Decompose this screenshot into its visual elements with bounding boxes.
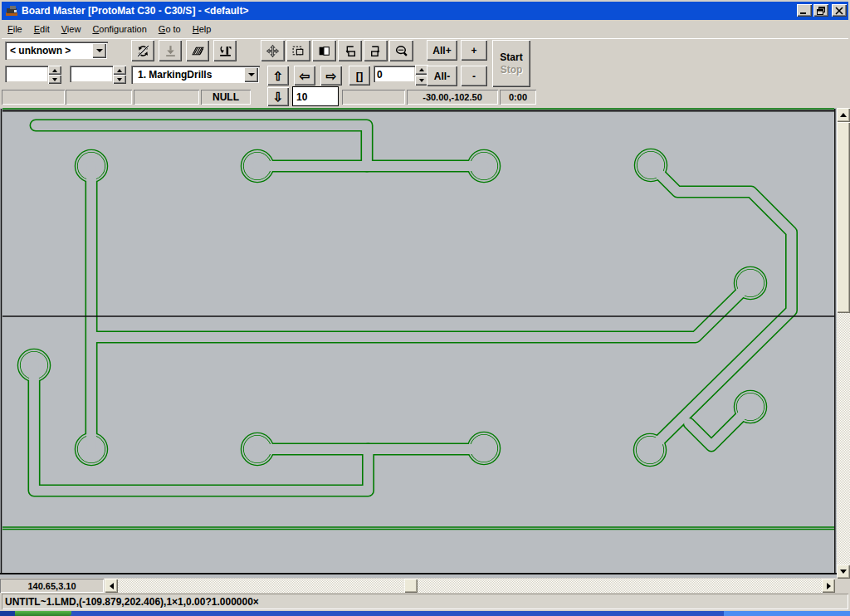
scroll-right-button[interactable] [822,579,835,593]
title-bar: Board Master [ProtoMat C30 - C30/S] - <d… [2,2,848,20]
nav-up-button[interactable]: ⇧ [267,66,289,86]
place-front-icon [343,44,357,58]
plus-button[interactable]: + [461,40,487,61]
menu-configuration[interactable]: Configuration [86,22,152,37]
minus-button[interactable]: - [461,66,487,86]
zoom-icon [394,44,408,58]
status-cell-position: -30.00,-102.50 [407,90,498,105]
cursor-position-display: 140.65,3.10 [0,579,104,593]
tool-lift-button[interactable] [213,40,237,61]
arrow-left-icon [110,583,114,589]
taskbar-edge [0,611,15,616]
brackets-button[interactable]: [] [349,66,370,86]
stop-label: Stop [501,64,523,76]
status-bar: UNTITL~1.LMD,(-109.879,202.406),1×1,0.00… [2,594,848,609]
phase-combobox-value: 1. MarkingDrills [138,69,212,81]
menu-edit[interactable]: Edit [28,22,56,37]
status-cell-blank-2 [66,90,132,105]
minimize-button[interactable] [797,4,812,17]
app-icon [5,4,18,17]
tool-lift-icon [218,44,232,58]
x-spinner[interactable] [48,66,61,84]
arrow-down-icon [840,570,847,574]
zoom-window-button[interactable] [389,40,413,61]
y-spin-field[interactable] [70,66,113,82]
restore-button[interactable] [813,4,828,17]
scrollbar-corner [837,579,850,593]
duplicate-icon [317,44,331,58]
arrow-left-icon: ⇦ [300,70,310,82]
mill-area-button[interactable] [186,40,209,61]
arrow-up-icon [840,113,847,117]
arrow-up-icon: ⇧ [273,70,284,82]
menu-goto[interactable]: Go to [153,22,187,37]
spin-up-icon [52,69,57,72]
horizontal-scrollbar-thumb[interactable] [404,579,418,593]
status-bar-text: UNTITL~1.LMD,(-109.879,202.406),1×1,0.00… [5,596,259,608]
spin-up-icon [117,69,122,72]
head-down-icon [164,44,178,58]
mill-area-icon [191,44,205,58]
menu-file[interactable]: File [2,22,28,37]
place-front-button[interactable] [338,40,362,61]
nav-down-button[interactable]: ⇩ [267,87,289,106]
arrow-down-icon: ⇩ [273,90,284,103]
place-back-icon [369,44,383,58]
nav-right-button[interactable]: ⇨ [320,66,342,86]
arrow-right-icon: ⇨ [326,70,337,82]
step-field[interactable] [292,86,339,106]
select-area-icon [291,44,305,58]
scroll-left-button[interactable] [105,579,118,593]
spin-down-icon [419,79,424,82]
status-cell-blank-1 [2,90,65,105]
arrow-right-icon [827,583,831,589]
status-cell-blank-3 [134,90,199,105]
tool-combobox[interactable]: < unknown > [5,42,108,60]
status-cell-time: 0:00 [500,90,536,105]
place-back-button[interactable] [364,40,388,61]
pcb-drawing [0,108,837,578]
vertical-scrollbar-thumb[interactable] [837,122,850,313]
menu-view[interactable]: View [56,22,87,37]
head-down-button[interactable] [159,40,182,61]
start-button-sliver[interactable] [15,611,71,616]
menu-bar: File Edit View Configuration Go to Help [2,21,848,37]
all-minus-button[interactable]: All- [427,66,457,86]
spin-up-icon [419,68,424,71]
select-area-button[interactable] [286,40,310,61]
toolbar: < unknown > All+ + Start Stop [2,38,848,107]
move-board-button[interactable] [261,40,285,61]
y-spinner[interactable] [113,66,126,84]
count-field[interactable] [374,66,415,82]
spin-down-icon [117,78,122,81]
tool-combobox-value: < unknown > [10,45,71,56]
nav-left-button[interactable]: ⇦ [294,66,315,86]
taskbar-sliver [0,611,850,616]
scroll-down-button[interactable] [837,565,850,579]
scroll-up-button[interactable] [837,108,850,122]
board-canvas[interactable] [0,108,837,578]
move-cross-icon [266,44,280,58]
close-button[interactable] [832,4,847,17]
x-spin-field[interactable] [5,66,48,82]
tool-exchange-icon [136,44,150,58]
status-cell-blank-4 [342,90,405,105]
horizontal-scrollbar-track[interactable] [118,579,822,593]
tool-combobox-dropdown-button[interactable] [92,43,106,58]
start-stop-button[interactable]: Start Stop [492,40,530,87]
phase-combobox[interactable]: 1. MarkingDrills [131,66,260,84]
horizontal-scrollbar-row: 140.65,3.10 [0,579,850,593]
chevron-down-icon [248,73,255,76]
duplicate-button[interactable] [312,40,336,61]
menu-help[interactable]: Help [187,22,217,37]
phase-combobox-dropdown-button[interactable] [244,67,258,82]
status-cell-tool: NULL [201,90,251,105]
start-label: Start [500,51,522,63]
vertical-scrollbar[interactable] [837,108,850,579]
spin-down-icon [52,78,57,81]
window-title: Board Master [ProtoMat C30 - C30/S] - <d… [22,5,248,17]
chevron-down-icon [96,49,103,52]
systray-sliver [724,611,850,616]
tool-exchange-button[interactable] [131,40,154,61]
all-plus-button[interactable]: All+ [427,40,457,61]
